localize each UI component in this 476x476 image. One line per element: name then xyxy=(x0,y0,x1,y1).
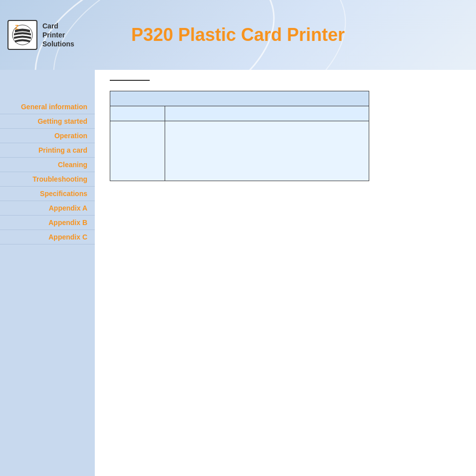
svg-text:Z: Z xyxy=(15,24,18,31)
sidebar: General information Getting started Oper… xyxy=(0,70,95,476)
content-underline xyxy=(110,80,150,81)
sidebar-item-troubleshooting[interactable]: Troubleshooting xyxy=(0,172,95,187)
sidebar-item-printing-a-card[interactable]: Printing a card xyxy=(0,143,95,158)
sidebar-item-appendix-b[interactable]: Appendix B xyxy=(0,216,95,230)
sidebar-item-operation[interactable]: Operation xyxy=(0,129,95,143)
sidebar-item-cleaning[interactable]: Cleaning xyxy=(0,158,95,172)
logo-line2: Printer xyxy=(42,30,74,39)
header: Z Card Printer Solutions P320 Plastic Ca… xyxy=(0,0,476,70)
table-header-row xyxy=(110,91,369,106)
main-layout: General information Getting started Oper… xyxy=(0,70,476,476)
logo-line1: Card xyxy=(42,21,74,30)
table-header-cell xyxy=(110,91,369,106)
logo-line3: Solutions xyxy=(42,39,74,48)
table-body-row xyxy=(110,121,369,181)
zebra-logo-icon: Z xyxy=(7,20,37,50)
logo-text: Card Printer Solutions xyxy=(42,21,74,49)
table-sub-header-row xyxy=(110,106,369,121)
table-body-left xyxy=(110,121,165,181)
table-subheader-right xyxy=(165,106,369,121)
sidebar-item-appendix-a[interactable]: Appendix A xyxy=(0,201,95,216)
page-title: P320 Plastic Card Printer xyxy=(100,24,476,45)
sidebar-item-getting-started[interactable]: Getting started xyxy=(0,114,95,129)
content-table xyxy=(110,91,369,181)
content-area xyxy=(95,70,476,476)
svg-rect-0 xyxy=(10,22,35,47)
table-subheader-left xyxy=(110,106,165,121)
sidebar-item-specifications[interactable]: Specifications xyxy=(0,187,95,201)
sidebar-item-general-information[interactable]: General information xyxy=(0,100,95,114)
table-body-right xyxy=(165,121,369,181)
sidebar-item-appendix-c[interactable]: Appendix C xyxy=(0,230,95,244)
logo-area: Z Card Printer Solutions xyxy=(0,15,100,55)
